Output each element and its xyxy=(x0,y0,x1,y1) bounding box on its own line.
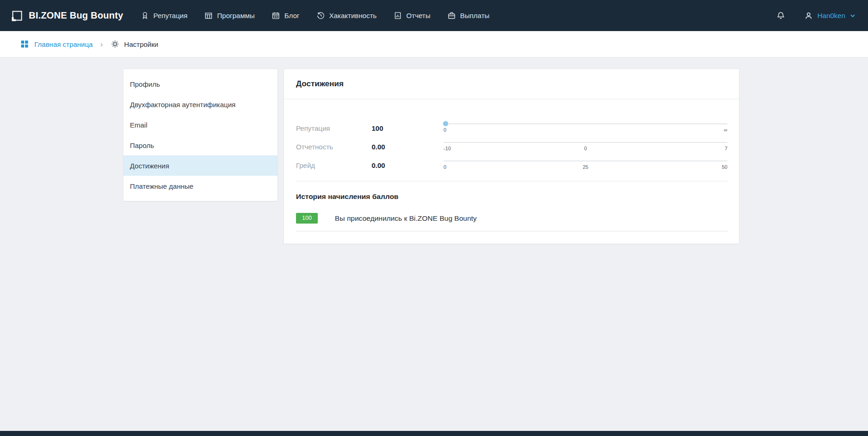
report-icon xyxy=(393,11,402,20)
menu-item-label: Профиль xyxy=(130,80,160,88)
achievements-card: Достижения Репутация 100 0 ∞ xyxy=(283,69,739,244)
user-menu[interactable]: Han0ken xyxy=(804,11,856,20)
metrics: Репутация 100 0 ∞ Отчетность xyxy=(296,99,727,181)
metric-row-reporting: Отчетность 0.00 -10 0 7 xyxy=(296,137,727,156)
user-icon xyxy=(804,11,813,20)
breadcrumb-home[interactable]: Главная страница xyxy=(20,39,93,49)
tick-max: 50 xyxy=(722,164,727,170)
scale-ticks: 0 ∞ xyxy=(444,127,727,133)
building-icon xyxy=(204,11,213,20)
scale-track xyxy=(444,160,727,161)
nav-item-label: Хакактивность xyxy=(329,12,377,19)
reporting-scale: -10 0 7 xyxy=(444,142,727,152)
menu-item-label: Достижения xyxy=(130,162,169,170)
tick-min: 0 xyxy=(444,127,446,133)
nav-item-payouts[interactable]: Выплаты xyxy=(447,11,489,20)
history-entry-text: Вы присоединились к Bi.ZONE Bug Bounty xyxy=(335,214,477,223)
metric-value: 100 xyxy=(372,124,444,132)
main-content: Профиль Двухфакторная аутентификация Ema… xyxy=(123,69,868,244)
scale-ticks: 0 25 50 xyxy=(444,164,727,170)
username: Han0ken xyxy=(817,12,845,19)
reputation-scale: 0 ∞ xyxy=(444,123,727,133)
nav-item-hacktivity[interactable]: Хакактивность xyxy=(316,11,377,20)
metric-value: 0.00 xyxy=(372,143,444,151)
menu-item-achievements[interactable]: Достижения xyxy=(123,155,277,176)
metric-label: Отчетность xyxy=(296,143,372,151)
top-nav: BI.ZONE Bug Bounty Репутация Программы xyxy=(0,0,868,31)
gear-icon xyxy=(110,39,120,49)
scale-track xyxy=(444,123,727,124)
settings-menu: Профиль Двухфакторная аутентификация Ema… xyxy=(123,69,278,201)
calendar-icon xyxy=(271,11,280,20)
history-title: История начисления баллов xyxy=(296,192,727,201)
breadcrumb-current-label: Настройки xyxy=(124,40,159,48)
nav-item-label: Программы xyxy=(217,12,255,19)
nav-item-reputation[interactable]: Репутация xyxy=(141,11,187,20)
history-entry: 100 Вы присоединились к Bi.ZONE Bug Boun… xyxy=(296,213,727,231)
menu-item-label: Двухфакторная аутентификация xyxy=(130,101,236,109)
nav-item-reports[interactable]: Отчеты xyxy=(393,11,431,20)
logo-icon xyxy=(11,10,23,22)
chevron-down-icon xyxy=(849,13,856,19)
nav-items: Репутация Программы Блог xyxy=(141,11,489,20)
section-divider xyxy=(296,181,727,181)
nav-item-label: Выплаты xyxy=(460,12,489,19)
grid-icon xyxy=(20,39,29,49)
nav-item-label: Блог xyxy=(284,12,299,19)
tick-min: -10 xyxy=(444,146,451,152)
metric-value: 0.00 xyxy=(372,161,444,169)
metric-label: Грейд xyxy=(296,161,372,169)
footer-strip xyxy=(0,431,868,436)
logo-text: BI.ZONE Bug Bounty xyxy=(29,10,123,21)
nav-right: Han0ken xyxy=(776,11,856,20)
medal-icon xyxy=(141,11,149,20)
nav-item-programs[interactable]: Программы xyxy=(204,11,255,20)
menu-item-label: Пароль xyxy=(130,141,154,149)
history-icon xyxy=(316,11,325,20)
menu-item-payment-data[interactable]: Платежные данные xyxy=(123,176,277,196)
scale-ticks: -10 0 7 xyxy=(444,146,727,152)
metric-row-grade: Грейд 0.00 0 25 50 xyxy=(296,156,727,174)
tick-mid: 25 xyxy=(583,164,588,170)
scale-dot xyxy=(443,121,448,126)
scale-track xyxy=(444,142,727,143)
grade-scale: 0 25 50 xyxy=(444,160,727,170)
tick-mid: 0 xyxy=(584,146,587,151)
menu-item-2fa[interactable]: Двухфакторная аутентификация xyxy=(123,94,277,115)
tick-max: 7 xyxy=(725,146,727,152)
menu-item-profile[interactable]: Профиль xyxy=(123,74,277,94)
tick-max: ∞ xyxy=(724,127,727,133)
bell-icon[interactable] xyxy=(776,11,785,20)
metric-label: Репутация xyxy=(296,124,372,132)
tick-min: 0 xyxy=(444,164,446,170)
logo[interactable]: BI.ZONE Bug Bounty xyxy=(11,10,123,22)
menu-item-label: Платежные данные xyxy=(130,182,193,190)
card-title: Достижения xyxy=(284,69,739,99)
breadcrumb: Главная страница › Настройки xyxy=(0,31,868,58)
nav-item-label: Отчеты xyxy=(406,12,431,19)
card-body: Репутация 100 0 ∞ Отчетность xyxy=(284,99,739,244)
nav-item-blog[interactable]: Блог xyxy=(271,11,299,20)
nav-item-label: Репутация xyxy=(154,12,187,19)
payout-icon xyxy=(447,11,456,20)
points-badge: 100 xyxy=(296,213,318,224)
breadcrumb-separator-icon: › xyxy=(100,40,103,48)
menu-item-password[interactable]: Пароль xyxy=(123,135,277,155)
menu-item-email[interactable]: Email xyxy=(123,115,277,135)
breadcrumb-current: Настройки xyxy=(110,39,159,49)
menu-item-label: Email xyxy=(130,121,148,129)
metric-row-reputation: Репутация 100 0 ∞ xyxy=(296,119,727,137)
breadcrumb-home-label: Главная страница xyxy=(34,40,93,48)
